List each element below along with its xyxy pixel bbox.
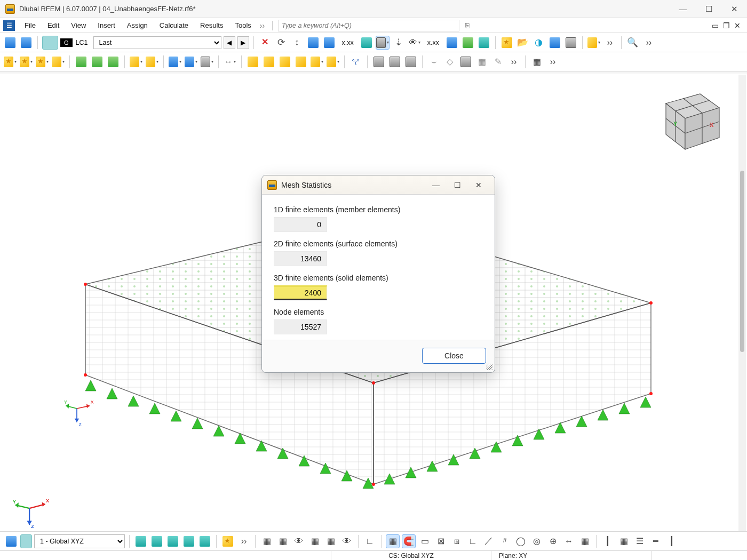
new-surface-button[interactable]: ▾ — [51, 55, 65, 69]
view-side-button[interactable] — [388, 55, 402, 69]
line-load-button[interactable] — [278, 55, 292, 69]
dialog-close-icon[interactable]: ✕ — [468, 178, 489, 193]
new-node-button[interactable]: ▾ — [3, 55, 17, 69]
snap-circle-button[interactable]: ◯ — [514, 534, 528, 548]
show-values-button[interactable]: x.xx — [338, 36, 357, 50]
snap-grid1-button[interactable]: ▦ — [260, 534, 274, 548]
guide-layers-button[interactable]: ☰ — [633, 534, 647, 548]
isometric-view-button[interactable]: ▾ — [376, 36, 390, 50]
guide-v2-button[interactable]: ┃ — [665, 534, 679, 548]
loadcase-prev-button[interactable]: ◀ — [224, 36, 235, 49]
new-green2-button[interactable] — [90, 55, 104, 69]
new-solid-button[interactable]: ▾ — [145, 55, 159, 69]
snap-toggle-button[interactable]: ▦ — [386, 534, 400, 548]
nodal-load-button[interactable] — [246, 55, 260, 69]
trim-button[interactable]: ▾ — [184, 55, 198, 69]
snap-dim-button[interactable]: ↔ — [562, 534, 576, 548]
coordinate-system-select[interactable]: 1 - Global XYZ — [34, 534, 125, 548]
misc-2-button[interactable]: ◇ — [443, 55, 457, 69]
intersect-button[interactable]: ▾ — [168, 55, 182, 69]
search-input[interactable] — [278, 20, 459, 31]
view-pan-button[interactable]: ↕ — [290, 36, 304, 50]
menu-insert[interactable]: Insert — [92, 20, 121, 31]
toolbar2-overflow[interactable]: ›› — [507, 55, 521, 69]
app-menu-icon[interactable] — [3, 20, 15, 31]
delete-loads-button[interactable] — [258, 36, 272, 50]
member-load-button[interactable] — [262, 55, 276, 69]
find-zoom-button[interactable]: 🔍 — [626, 36, 640, 50]
grid-style-button[interactable] — [221, 534, 235, 548]
cs-icon[interactable] — [4, 534, 18, 548]
window-maximize-button[interactable]: ☐ — [696, 0, 721, 18]
snap-grid3-button[interactable]: ▦ — [308, 534, 322, 548]
magnet-toggle-button[interactable]: 🧲 — [402, 534, 416, 548]
dialog-maximize-button[interactable]: ☐ — [447, 178, 468, 193]
dialog-close-button[interactable]: Close — [422, 348, 486, 364]
panel-toggle-icon[interactable]: ▭ — [712, 21, 719, 30]
free-load-button[interactable]: ▾ — [310, 55, 324, 69]
show-extremes-button[interactable]: x.xx — [424, 36, 443, 50]
snap-rect-button[interactable]: ▭ — [418, 534, 432, 548]
snap-cross-button[interactable]: ⊠ — [434, 534, 448, 548]
new-green1-button[interactable] — [74, 55, 88, 69]
menu-calculate[interactable]: Calculate — [154, 20, 194, 31]
new-opening-button[interactable]: ▾ — [129, 55, 143, 69]
menu-results[interactable]: Results — [195, 20, 228, 31]
new-member-button[interactable]: ▾ — [35, 55, 49, 69]
plane-xz-button[interactable] — [166, 534, 180, 548]
snap-target-button[interactable]: ◎ — [530, 534, 544, 548]
bottom-overflow-1[interactable]: ›› — [237, 534, 251, 548]
block-manager-button[interactable] — [548, 36, 562, 50]
surface-load-button[interactable] — [294, 55, 308, 69]
table-button[interactable]: ▦ — [530, 55, 544, 69]
force-button[interactable] — [306, 36, 320, 50]
panel-close-icon[interactable]: ✕ — [734, 21, 741, 30]
view-rotate-button[interactable]: ⟳ — [274, 36, 288, 50]
snap-line2-button[interactable]: 〃 — [498, 534, 512, 548]
menu-overflow-icon[interactable]: ›› — [260, 21, 265, 30]
toolbar1-overflow[interactable]: ›› — [603, 36, 617, 50]
snap-grid4-button[interactable]: ▦ — [324, 534, 338, 548]
snap-line1-button[interactable]: ／ — [482, 534, 496, 548]
open-file-button[interactable]: 📂 — [516, 36, 530, 50]
dialog-minimize-button[interactable]: — — [425, 178, 447, 193]
model-viewport[interactable]: Y X - - X Y Z X Y Z Mesh Statistics — ☐ … — [0, 74, 747, 540]
dim-button[interactable]: ↔▾ — [223, 55, 237, 69]
dialog-resize-grip[interactable] — [486, 364, 492, 370]
new-green3-button[interactable] — [106, 55, 120, 69]
toolbar2-more[interactable]: ›› — [546, 55, 560, 69]
snap-ortho-button[interactable]: ∟ — [466, 534, 480, 548]
cs-color-swatch[interactable] — [20, 534, 32, 548]
undo-button[interactable] — [3, 36, 17, 50]
menu-view[interactable]: View — [66, 20, 91, 31]
menu-assign[interactable]: Assign — [122, 20, 153, 31]
extend-button[interactable]: ▾ — [200, 55, 214, 69]
generated-load-button[interactable]: ▾ — [326, 55, 340, 69]
stiffness-button[interactable] — [445, 36, 459, 50]
loadcase-color-swatch[interactable] — [42, 36, 58, 50]
misc-5-button[interactable]: ✎ — [491, 55, 505, 69]
misc-1-button[interactable]: ⌣ — [427, 55, 441, 69]
search-scope-icon[interactable]: ⎘ — [460, 20, 474, 31]
mass-button[interactable] — [477, 36, 491, 50]
cloud-button[interactable]: ◑ — [532, 36, 546, 50]
menu-file[interactable]: File — [19, 20, 41, 31]
plane-xy-button[interactable] — [134, 534, 148, 548]
new-line-button[interactable]: ▾ — [19, 55, 33, 69]
plane-custom-button[interactable] — [198, 534, 212, 548]
filter-button[interactable]: 🝖 — [349, 55, 363, 69]
model-manager-button[interactable] — [564, 36, 578, 50]
misc-4-button[interactable]: ▦ — [475, 55, 489, 69]
show-loads-button[interactable]: ⇣ — [392, 36, 406, 50]
snap-center-button[interactable]: ⊕ — [546, 534, 560, 548]
panel-restore-icon[interactable]: ❐ — [723, 21, 730, 30]
guide-grid-button[interactable]: ▦ — [617, 534, 631, 548]
loadcase-select[interactable]: Last — [93, 36, 221, 49]
menu-tools[interactable]: Tools — [229, 20, 256, 31]
redo-button[interactable] — [19, 36, 33, 50]
menu-edit[interactable]: Edit — [42, 20, 65, 31]
angle-button[interactable]: ∟ — [363, 534, 377, 548]
guide-h-button[interactable]: ━ — [649, 534, 663, 548]
new-model-button[interactable] — [500, 36, 514, 50]
view-front-button[interactable] — [372, 55, 386, 69]
